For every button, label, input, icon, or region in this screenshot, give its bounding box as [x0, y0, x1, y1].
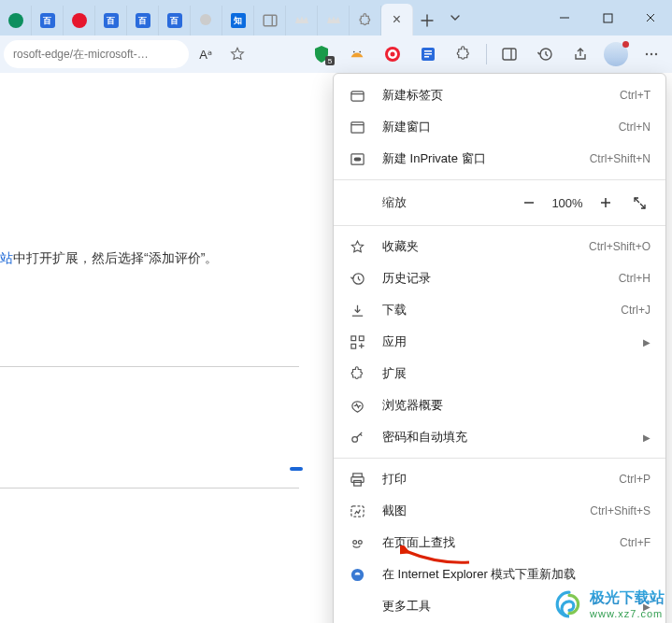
window-minimize-button[interactable]: [543, 0, 586, 35]
menu-item-label: 收藏夹: [382, 238, 589, 255]
menu-item-label: 新建标签页: [382, 87, 620, 104]
key-icon: [349, 429, 365, 446]
ext-cat-icon[interactable]: [340, 37, 374, 71]
menu-item-essentials[interactable]: 浏览器概要: [334, 389, 665, 421]
menu-item-shortcut: Ctrl+N: [619, 120, 651, 134]
menu-item-find[interactable]: 在页面上查找Ctrl+F: [334, 527, 665, 559]
address-text: rosoft-edge/在-microsoft-…: [13, 47, 149, 63]
page-help-text: 站中打开扩展，然后选择“添加评价”。: [0, 250, 218, 267]
tab-baidu-1[interactable]: 百: [32, 6, 64, 35]
favorite-star-icon[interactable]: [222, 37, 252, 71]
page-link[interactable]: 站: [0, 250, 13, 265]
tab-overflow-chevron-icon[interactable]: [441, 0, 469, 35]
tab-baidu-3[interactable]: 百: [127, 6, 159, 35]
history-icon: [349, 270, 365, 287]
zoom-percent: 100%: [546, 196, 589, 210]
watermark-url: www.xz7.com: [590, 608, 665, 619]
menu-item-ie-mode[interactable]: 在 Internet Explorer 模式下重新加载: [334, 559, 665, 590]
page-accent-bar: [290, 467, 303, 471]
sidebar-panel-icon[interactable]: [493, 37, 526, 71]
submenu-arrow-icon: ▶: [643, 432, 651, 443]
tab-ext[interactable]: [350, 6, 381, 35]
share-icon[interactable]: [564, 37, 597, 71]
blank-icon: [349, 598, 365, 615]
menu-item-print[interactable]: 打印Ctrl+P: [334, 463, 665, 495]
tab-dark-1[interactable]: [286, 6, 318, 35]
menu-item-shortcut: Ctrl+Shift+N: [590, 152, 651, 165]
menu-item-history[interactable]: 历史记录Ctrl+H: [334, 262, 665, 294]
profile-avatar[interactable]: [599, 37, 633, 71]
menu-item-shortcut: Ctrl+J: [621, 304, 651, 317]
zoom-in-button[interactable]: [589, 187, 622, 219]
window-controls: [543, 0, 672, 35]
menu-item-shortcut: Ctrl+Shift+O: [589, 240, 651, 253]
svg-point-6: [359, 51, 361, 53]
app-menu-button[interactable]: [635, 37, 668, 71]
tab-active[interactable]: ×: [381, 4, 413, 35]
svg-rect-11: [424, 50, 432, 52]
menu-item-new-inprivate[interactable]: 新建 InPrivate 窗口Ctrl+Shift+N: [334, 143, 665, 175]
menu-item-label: 扩展: [382, 365, 651, 382]
ext-note-icon[interactable]: [411, 37, 445, 71]
menu-item-new-tab[interactable]: 新建标签页Ctrl+T: [334, 79, 665, 111]
tab-baidu-2[interactable]: 百: [95, 6, 127, 35]
menu-separator: [334, 179, 665, 180]
fullscreen-button[interactable]: [622, 187, 656, 219]
menu-item-favorites[interactable]: 收藏夹Ctrl+Shift+O: [334, 231, 665, 262]
zoom-label: 缩放: [382, 194, 407, 211]
window-maximize-button[interactable]: [586, 0, 629, 35]
menu-item-shortcut: Ctrl+H: [619, 272, 651, 285]
tab-baidu-4[interactable]: 百: [159, 6, 191, 35]
tab-dark-2[interactable]: [318, 6, 350, 35]
svg-point-19: [655, 53, 657, 55]
svg-rect-35: [350, 505, 363, 516]
shield-badge: 5: [325, 56, 335, 65]
svg-rect-34: [353, 480, 361, 486]
new-tab-button[interactable]: [413, 6, 441, 35]
svg-rect-14: [503, 49, 516, 60]
menu-item-label: 历史记录: [382, 270, 619, 287]
svg-rect-28: [350, 335, 355, 340]
menu-item-passwords[interactable]: 密码和自动填充▶: [334, 421, 665, 453]
menu-item-label: 密码和自动填充: [382, 429, 636, 446]
menu-item-screenshot[interactable]: 截图Ctrl+Shift+S: [334, 495, 665, 527]
menu-separator: [334, 458, 665, 459]
svg-point-36: [352, 540, 356, 544]
tab-weibo[interactable]: [64, 6, 95, 35]
menu-item-label: 下载: [382, 302, 621, 319]
tab-edge[interactable]: [0, 6, 32, 35]
tab-panel[interactable]: [254, 6, 286, 35]
apps-icon: [349, 333, 365, 350]
window-icon: [349, 119, 365, 135]
menu-item-shortcut: Ctrl+P: [619, 473, 651, 486]
menu-item-label: 在 Internet Explorer 模式下重新加载: [382, 566, 651, 583]
extensions-puzzle-icon[interactable]: [447, 37, 480, 71]
toolbar-divider: [486, 44, 487, 64]
tab-close-icon[interactable]: ×: [393, 12, 401, 27]
menu-item-downloads[interactable]: 下载Ctrl+J: [334, 294, 665, 326]
svg-rect-29: [359, 335, 364, 340]
menu-item-extensions[interactable]: 扩展: [334, 358, 665, 389]
svg-rect-30: [350, 344, 355, 348]
page-divider: [0, 366, 299, 367]
watermark-name: 极光下载站: [590, 588, 665, 608]
zoom-out-button[interactable]: [512, 187, 546, 219]
svg-rect-13: [424, 56, 429, 58]
svg-rect-20: [350, 91, 363, 100]
window-close-button[interactable]: [629, 0, 672, 35]
address-bar[interactable]: rosoft-edge/在-microsoft-…: [4, 40, 189, 68]
menu-item-apps[interactable]: 应用▶: [334, 326, 665, 358]
history-icon[interactable]: [528, 37, 562, 71]
ext-target-icon[interactable]: [376, 37, 409, 71]
star-icon: [349, 238, 365, 255]
tab-zhihu[interactable]: 知: [222, 6, 254, 35]
menu-item-new-window[interactable]: 新建窗口Ctrl+N: [334, 111, 665, 143]
tab-generic-1[interactable]: [191, 6, 222, 35]
reader-mode-button[interactable]: Aᵃ: [191, 37, 221, 71]
tracking-shield-icon[interactable]: 5: [305, 37, 338, 71]
svg-point-37: [358, 540, 362, 544]
page-divider: [0, 488, 299, 488]
ie-icon: [349, 566, 365, 583]
menu-item-label: 浏览器概要: [382, 397, 651, 414]
download-icon: [349, 302, 365, 319]
